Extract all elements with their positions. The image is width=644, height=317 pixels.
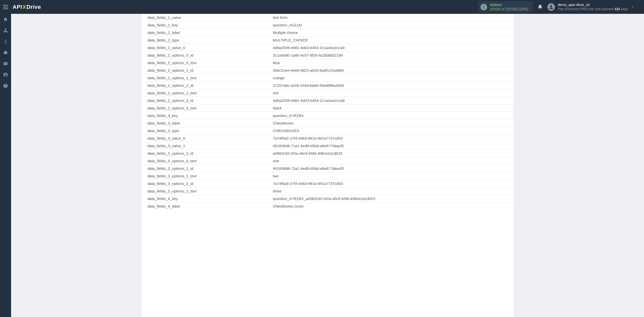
avatar xyxy=(547,3,555,11)
field-key: data_fields_2_options_0_text xyxy=(141,59,270,67)
actions-used: 18'406 xyxy=(490,7,501,11)
field-value: black xyxy=(270,104,514,112)
table-row: data_fields_2_labelMultiple choice xyxy=(141,29,514,36)
actions-text: Actions: 18'406 of 100'000 (18%) xyxy=(490,3,528,11)
sidebar-item-marketplace[interactable] xyxy=(0,47,11,58)
plan-days: 121 xyxy=(615,7,620,11)
field-value: blue xyxy=(270,59,514,67)
field-key: data_fields_1_value xyxy=(141,14,270,21)
field-value: 491836d8-71a1-4ed9-b56d-a9e677daacf0 xyxy=(270,165,514,172)
field-key: data_fields_2_options_2_id xyxy=(141,82,270,89)
user-name: demo_apix-drive_s3 xyxy=(558,3,628,7)
field-value: 311a5e80-1a80-4c57-9f26-fa1b56b52199 xyxy=(270,52,514,59)
field-key: data_fields_3_options_1_id xyxy=(141,165,270,172)
actions-counter[interactable]: Actions: 18'406 of 100'000 (18%) xyxy=(478,1,533,13)
field-value: 7a74f5a5-27f4-4463-8810-d91a7737cd53 xyxy=(270,180,514,187)
field-key: data_fields_4_key xyxy=(141,195,270,203)
user-menu[interactable]: demo_apix-drive_s3 Plan |Premium PRO| le… xyxy=(547,3,641,11)
field-value: CHECKBOXES xyxy=(270,127,514,135)
sidebar-item-billing[interactable] xyxy=(0,36,11,47)
table-row: data_fields_4_keyquestion_KYEZ6X_a0982c9… xyxy=(141,195,514,203)
field-value: 21297a6c-a32b-434d-bda0-99ed8f8a263d xyxy=(270,82,514,89)
table-row: data_fields_3_value_1491836d8-71a1-4ed9-… xyxy=(141,142,514,150)
table-row: data_fields_2_options_0_id311a5e80-1a80-… xyxy=(141,52,514,59)
actions-of: of xyxy=(500,7,505,11)
field-key: data_fields_3_type xyxy=(141,127,270,135)
topbar-right: Actions: 18'406 of 100'000 (18%) demo_ap… xyxy=(478,1,641,13)
plan-days-word: days xyxy=(620,7,628,11)
field-value: 4d0a2539-e681-4d03-b454-2c1a4ea2c2a9 xyxy=(270,44,514,52)
table-row: data_fields_2_options_0_textblue xyxy=(141,59,514,67)
field-key: data_fields_3_options_0_id xyxy=(141,150,270,157)
field-value: Checkboxes (one) xyxy=(270,203,514,210)
content-scroll[interactable]: data_fields_1_valuetest formdata_fields_… xyxy=(11,14,644,317)
table-row: data_fields_3_keyquestion_KYEZ6X xyxy=(141,112,514,120)
sidebar-item-help[interactable] xyxy=(0,80,11,91)
field-value: question_KYEZ6X_a0982c92-ef2a-46c9-b5fd-… xyxy=(270,195,514,203)
field-key: data_fields_3_options_2_id xyxy=(141,180,270,187)
actions-pct: (18%) xyxy=(518,7,528,11)
table-row: data_fields_1_valuetest form xyxy=(141,14,514,21)
field-value: Checkboxes xyxy=(270,120,514,127)
sidebar-item-home[interactable] xyxy=(0,14,11,25)
logo-part-api: API xyxy=(13,4,22,10)
field-value: a0982c92-ef2a-46c9-b5fd-408ce2a1d023 xyxy=(270,150,514,157)
field-value: 491836d8-71a1-4ed9-b56d-a9e677daacf0 xyxy=(270,142,514,150)
table-row: data_fields_2_options_3_id4d0a2539-e681-… xyxy=(141,97,514,104)
table-row: data_fields_3_options_2_id7a74f5a5-27f4-… xyxy=(141,180,514,187)
field-value: two xyxy=(270,172,514,180)
field-value: MULTIPLE_CHOICE xyxy=(270,36,514,44)
table-row: data_fields_2_options_3_textblack xyxy=(141,104,514,112)
data-table: data_fields_1_valuetest formdata_fields_… xyxy=(141,14,514,210)
notifications-button[interactable] xyxy=(537,4,543,10)
table-row: data_fields_3_value_07a74f5a5-27f4-4463-… xyxy=(141,135,514,142)
field-key: data_fields_2_options_1_text xyxy=(141,74,270,82)
table-row: data_fields_3_options_0_ida0982c92-ef2a-… xyxy=(141,150,514,157)
user-plan: Plan |Premium PRO| left until payment 12… xyxy=(558,7,628,11)
field-key: data_fields_3_label xyxy=(141,120,270,127)
table-row: data_fields_2_value_04d0a2539-e681-4d03-… xyxy=(141,44,514,52)
field-value: 4d0a2539-e681-4d03-b454-2c1a4ea2c2a9 xyxy=(270,97,514,104)
plan-prefix: Plan xyxy=(558,7,566,11)
table-row: data_fields_3_options_1_id491836d8-71a1-… xyxy=(141,165,514,172)
table-row: data_fields_3_labelCheckboxes xyxy=(141,120,514,127)
field-key: data_fields_2_options_3_text xyxy=(141,104,270,112)
dollar-icon xyxy=(3,39,8,44)
table-row: data_fields_2_options_1_id35ec31ee-e9e6-… xyxy=(141,67,514,74)
field-value: red xyxy=(270,89,514,97)
table-row: data_fields_3_options_2_textthree xyxy=(141,187,514,195)
actions-values: 18'406 of 100'000 (18%) xyxy=(490,7,528,11)
menu-toggle-button[interactable] xyxy=(2,4,9,11)
table-row: data_fields_2_options_2_textred xyxy=(141,89,514,97)
table-row: data_fields_4_labelCheckboxes (one) xyxy=(141,203,514,210)
field-key: data_fields_2_key xyxy=(141,21,270,29)
table-row: data_fields_2_typeMULTIPLE_CHOICE xyxy=(141,36,514,44)
sidebar-item-connections[interactable] xyxy=(0,25,11,36)
field-value: three xyxy=(270,187,514,195)
card: data_fields_1_valuetest formdata_fields_… xyxy=(141,14,514,317)
field-key: data_fields_2_options_2_text xyxy=(141,89,270,97)
field-key: data_fields_2_options_1_id xyxy=(141,67,270,74)
field-value: Multiple choice xyxy=(270,29,514,36)
field-key: data_fields_2_type xyxy=(141,36,270,44)
sidebar-item-account[interactable] xyxy=(0,69,11,80)
field-key: data_fields_2_options_3_id xyxy=(141,97,270,104)
plan-suffix: left until payment xyxy=(588,7,615,11)
sidebar-item-videos[interactable] xyxy=(0,58,11,69)
field-value: 35ec31ee-e9e6-4822-a01b-6a4f122a4d89 xyxy=(270,67,514,74)
field-key: data_fields_2_value_0 xyxy=(141,44,270,52)
table-row: data_fields_2_options_2_id21297a6c-a32b-… xyxy=(141,82,514,89)
topbar: APIXDrive Actions: 18'406 of 100'000 (18… xyxy=(0,0,644,14)
logo-part-x: X xyxy=(22,4,26,10)
briefcase-icon xyxy=(3,50,8,55)
topbar-left: APIXDrive xyxy=(0,4,41,11)
field-key: data_fields_3_options_0_text xyxy=(141,157,270,165)
field-key: data_fields_2_options_0_id xyxy=(141,52,270,59)
field-key: data_fields_3_value_1 xyxy=(141,142,270,150)
field-value: orange xyxy=(270,74,514,82)
table-row: data_fields_3_options_1_texttwo xyxy=(141,172,514,180)
field-key: data_fields_3_value_0 xyxy=(141,135,270,142)
user-text: demo_apix-drive_s3 Plan |Premium PRO| le… xyxy=(558,3,628,11)
field-key: data_fields_3_key xyxy=(141,112,270,120)
logo[interactable]: APIXDrive xyxy=(13,4,41,10)
